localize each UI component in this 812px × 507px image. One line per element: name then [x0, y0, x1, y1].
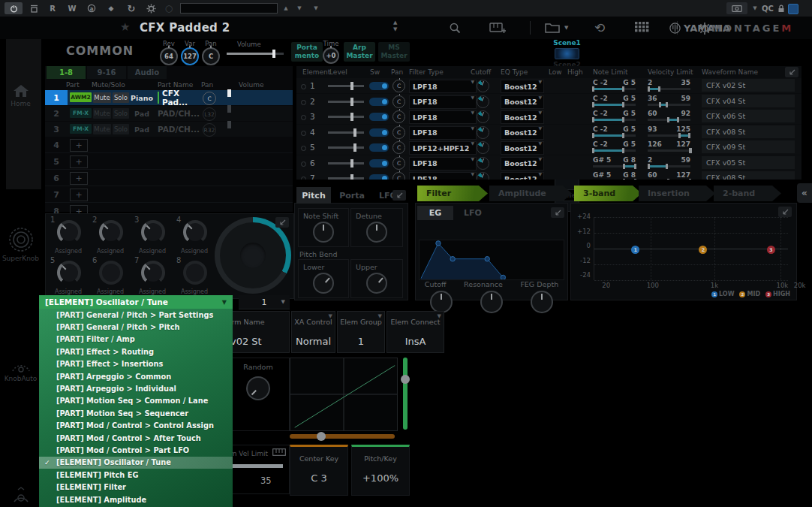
add-part-button[interactable]: + — [70, 155, 88, 168]
assignable-knob[interactable] — [183, 261, 207, 285]
common-pan-knob[interactable]: Pan C — [198, 40, 224, 65]
assignable-knob[interactable] — [99, 261, 123, 285]
waveform-name[interactable]: CFX v09 St — [702, 140, 795, 153]
slider-handle[interactable] — [401, 375, 410, 384]
filter-eg-graph[interactable] — [419, 240, 564, 280]
element-pan-knob[interactable]: C — [392, 141, 405, 154]
waveform-name[interactable]: CFX v08 St — [702, 171, 795, 180]
center-key-slider[interactable] — [290, 434, 395, 439]
elem-group-select[interactable]: Elem Group ▼ 1 — [337, 311, 385, 353]
assignable-knob[interactable] — [183, 220, 207, 244]
element-eq-type-select[interactable]: Boost12▼ — [501, 95, 544, 109]
element-row[interactable]: 1 C LPF18▼ Boost12▼ C -2 G 5 2 35 CFX v0… — [296, 78, 801, 93]
note-shift-knob[interactable]: Note Shift — [298, 208, 349, 247]
menu-item[interactable]: [ELEMENT] Amplitude — [39, 493, 233, 505]
tab-porta[interactable]: Porta — [332, 187, 371, 204]
vertical-range-slider[interactable] — [403, 358, 408, 430]
pitch-bend-upper-knob[interactable]: Upper — [350, 259, 403, 298]
part-name[interactable]: PAD/CH... — [158, 107, 198, 119]
power-button[interactable] — [5, 2, 23, 14]
screenshot-dropdown-button[interactable]: ▼ — [750, 2, 759, 14]
element-cutoff-knob[interactable] — [477, 110, 489, 123]
cycle-button[interactable]: ↻ — [123, 2, 140, 14]
preset-spinner[interactable]: ▲▼ — [393, 20, 397, 33]
add-part-button[interactable]: + — [70, 139, 88, 152]
element-level-slider[interactable] — [328, 78, 364, 93]
element-pan-knob[interactable]: C — [392, 110, 405, 123]
element-switch[interactable] — [369, 159, 389, 167]
favorite-star-icon[interactable]: ★ — [120, 20, 130, 34]
element-row[interactable]: 2 C LPF18▼ Boost12▼ C -2 G 5 36 59 CFX v… — [296, 94, 801, 109]
menu-item[interactable]: [PART] Arpeggio > Individual — [39, 382, 233, 394]
solo-button[interactable]: Solo — [113, 124, 129, 134]
common-section-label[interactable]: COMMON — [66, 44, 134, 58]
menu-item[interactable]: [PART] Effect > Routing — [39, 346, 233, 358]
element-switch[interactable] — [369, 98, 389, 106]
menu-item[interactable]: [PART] Motion Seq > Sequencer — [39, 407, 233, 419]
element-note-limit[interactable]: C -2 G 5 — [593, 109, 636, 124]
element-switch[interactable] — [369, 174, 389, 180]
element-filter-type-select[interactable]: LPF18▼ — [409, 110, 477, 124]
pitch-key-curve-graph[interactable] — [290, 358, 398, 431]
browse-button[interactable] — [545, 22, 560, 33]
element-eq-type-select[interactable]: Boost12▼ — [501, 157, 544, 171]
resync-button[interactable]: ⟲ — [594, 20, 605, 35]
element-row[interactable]: 4 C LPF18▼ Boost12▼ C -2 G 5 93 125 CFX … — [296, 125, 801, 140]
lock-button[interactable] — [776, 2, 786, 14]
cutoff-knob[interactable] — [430, 291, 453, 313]
element-pan-knob[interactable]: C — [392, 172, 405, 180]
mute-button[interactable]: Mute — [93, 108, 111, 119]
expand-filter-button[interactable] — [551, 207, 564, 218]
expand-pitch-button[interactable] — [392, 190, 406, 201]
element-cutoff-knob[interactable] — [477, 80, 489, 92]
store-preset-button[interactable] — [489, 22, 506, 34]
mute-button[interactable]: Mute — [93, 124, 111, 134]
element-pan-knob[interactable]: C — [392, 157, 405, 170]
element-eq-type-select[interactable]: Boost12▼ — [501, 110, 544, 124]
element-cutoff-knob[interactable] — [477, 172, 489, 180]
element-level-slider[interactable] — [328, 94, 364, 109]
element-pan-knob[interactable]: C — [392, 126, 405, 139]
element-velocity-limit[interactable]: 2 59 — [648, 155, 690, 171]
elem-connect-select[interactable]: Elem Connect ▼ InsA — [386, 311, 444, 353]
element-cutoff-knob[interactable] — [477, 95, 489, 108]
page-selector-dropdown[interactable]: [ELEMENT] Oscillator / Tune ▼ — [39, 295, 233, 309]
part-pan-knob[interactable]: R32 — [203, 123, 216, 137]
sidebar-item-superknob[interactable]: SuperKnob — [0, 227, 41, 262]
element-eq-type-select[interactable]: Boost12▼ — [501, 126, 544, 140]
settings-button[interactable] — [143, 2, 159, 14]
solo-button[interactable]: Solo — [113, 92, 129, 103]
tab-pitch[interactable]: Pitch — [296, 187, 331, 204]
center-key-box[interactable]: Center Key C 3 — [290, 445, 348, 496]
detune-knob[interactable]: Detune — [350, 208, 403, 247]
element-note-limit[interactable]: G# 5 G 8 — [593, 155, 636, 171]
xa-control-select[interactable]: XA Control ▼ Normal — [291, 311, 335, 353]
snapshot-button[interactable]: ◆ — [104, 2, 119, 14]
assignable-knob[interactable] — [99, 220, 123, 244]
element-filter-type-select[interactable]: LPF18▼ — [409, 95, 477, 109]
toolbar-search-input[interactable] — [180, 3, 278, 14]
search-button[interactable] — [449, 22, 462, 35]
element-level-slider[interactable] — [328, 140, 364, 155]
element-level-slider[interactable] — [328, 125, 364, 140]
arp-master-button[interactable]: ArpMaster — [344, 42, 375, 62]
element-switch[interactable] — [369, 143, 389, 152]
tab-amplitude[interactable]: Amplitude — [489, 186, 572, 201]
pitch-bend-lower-knob[interactable]: Lower — [298, 259, 349, 298]
eq-band-dot[interactable]: 3 — [767, 246, 775, 254]
browse-dropdown-button[interactable]: ▼ — [564, 25, 568, 31]
element-row[interactable]: 6 C LPF18▼ Boost12▼ G# 5 G 8 2 59 CFX v0… — [296, 155, 801, 171]
random-pitch-knob-box[interactable]: Random — [227, 358, 290, 431]
element-note-limit[interactable]: C -2 G 5 — [593, 140, 636, 155]
element-switch[interactable] — [369, 82, 389, 90]
element-cutoff-knob[interactable] — [477, 157, 489, 170]
part-pan-knob[interactable]: C — [203, 92, 216, 105]
element-velocity-limit[interactable]: 93 125 — [648, 125, 690, 140]
menu-item[interactable]: [PART] Effect > Insertions — [39, 358, 233, 370]
waveform-name[interactable]: CFX v08 St — [702, 125, 795, 138]
menu-item[interactable]: [PART] Arpeggio > Common — [39, 370, 233, 382]
ms-master-button[interactable]: MSMaster — [378, 42, 410, 62]
eq-band-dot[interactable]: 2 — [699, 246, 707, 254]
element-velocity-limit[interactable]: 60 92 — [648, 109, 690, 124]
element-switch[interactable] — [369, 113, 389, 121]
